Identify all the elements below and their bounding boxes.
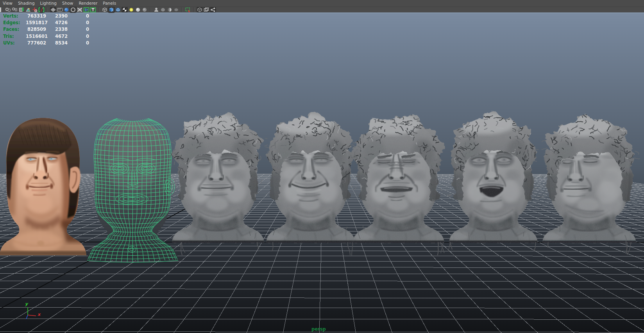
hud-edges-value-2: 4726 (46, 20, 68, 26)
clipped-icon (0, 7, 1, 12)
default-material-icon[interactable] (70, 7, 76, 12)
menu-show[interactable]: Show (59, 0, 76, 7)
hud-verts-value-2: 2390 (46, 13, 68, 20)
hud-tris-value-2: 4672 (46, 33, 68, 40)
share-node-icon[interactable] (210, 7, 216, 12)
menu-panels[interactable]: Panels (100, 0, 119, 7)
hud-row-edges: Edges:159181747260 (3, 20, 89, 26)
toolbar-separator (47, 7, 48, 12)
hud-uvs-value-3: 0 (68, 40, 89, 46)
smooth-shade-all-icon[interactable] (108, 7, 114, 12)
light-sphere-a-icon[interactable] (135, 7, 141, 12)
half-shade-icon[interactable] (166, 7, 173, 12)
axis-x-label: x (38, 312, 40, 317)
image-plane-icon[interactable] (25, 7, 31, 12)
toolbar-separator (182, 7, 182, 12)
hud-edges-value-3: 0 (68, 20, 89, 26)
hud-row-tris: Tris:151660146720 (3, 33, 89, 40)
hud-uvs-value-1: 777602 (26, 40, 46, 46)
toolbar-separator (98, 7, 99, 12)
multi-pane-icon[interactable] (203, 7, 209, 12)
uv-editor-icon[interactable] (83, 7, 89, 12)
select-by-object-icon[interactable] (12, 7, 18, 12)
film-gate-icon[interactable] (57, 7, 63, 12)
wireframe-cube-icon[interactable] (102, 7, 108, 12)
hud-tris-value-3: 0 (68, 33, 89, 40)
toolbar-separator (150, 7, 151, 12)
use-all-lights-icon[interactable] (128, 7, 134, 12)
hud-verts-value-1: 763319 (26, 13, 46, 20)
toolbar-separator (193, 7, 194, 12)
character-ghost-icon[interactable] (153, 7, 159, 12)
hud-faces-value-2: 2338 (46, 26, 68, 33)
hud-faces-value-1: 828509 (26, 26, 46, 33)
scene-cube-icon[interactable] (197, 7, 203, 12)
bookmark-icon[interactable] (18, 7, 25, 12)
hud-row-uvs: UVs:77760285340 (3, 40, 89, 46)
panel-toolbar (0, 7, 644, 12)
heads-up-display: Verts:76331923900 Edges:159181747260 Fac… (3, 13, 89, 46)
hud-edges-label: Edges: (3, 20, 26, 26)
hud-uvs-value-2: 8534 (46, 40, 68, 46)
xray-icon[interactable] (160, 7, 166, 12)
light-sphere-b-icon[interactable] (141, 7, 148, 12)
menu-lighting[interactable]: Lighting (38, 0, 59, 7)
move-tool-icon[interactable] (32, 7, 38, 12)
wireframe-on-shaded-toggle-icon[interactable] (50, 7, 56, 12)
no-texture-icon[interactable] (77, 7, 83, 12)
hud-tris-label: Tris: (3, 33, 26, 40)
shaded-display-icon[interactable] (63, 7, 70, 12)
paint-select-icon[interactable] (38, 7, 45, 12)
hud-row-verts: Verts:76331923900 (3, 13, 89, 20)
panel-menubar: View Shading Lighting Show Renderer Pane… (0, 0, 644, 7)
hud-row-faces: Faces:82850923380 (3, 26, 89, 33)
hud-faces-label: Faces: (3, 26, 26, 33)
texture-placement-icon[interactable] (90, 7, 96, 12)
hud-tris-value-1: 1516601 (26, 33, 46, 40)
isolate-select-icon[interactable] (185, 7, 191, 12)
ghost-cube-icon[interactable] (173, 7, 179, 12)
wireframe-on-shaded-icon[interactable] (115, 7, 121, 12)
hud-uvs-label: UVs: (3, 40, 26, 46)
hud-faces-value-3: 0 (68, 26, 89, 33)
textured-icon[interactable] (122, 7, 128, 12)
viewport-3d[interactable] (0, 12, 644, 333)
hud-verts-label: Verts: (3, 13, 26, 20)
camera-name-label: persp (311, 326, 326, 332)
hud-verts-value-3: 0 (68, 13, 89, 20)
hud-edges-value-1: 1591817 (26, 20, 46, 26)
maya-viewport-window: View Shading Lighting Show Renderer Pane… (0, 0, 644, 333)
axis-y-label: y (25, 301, 28, 306)
menu-renderer[interactable]: Renderer (76, 0, 100, 7)
menu-view[interactable]: View (0, 0, 15, 7)
select-by-hierarchy-icon[interactable] (5, 7, 11, 12)
menu-shading[interactable]: Shading (15, 0, 38, 7)
